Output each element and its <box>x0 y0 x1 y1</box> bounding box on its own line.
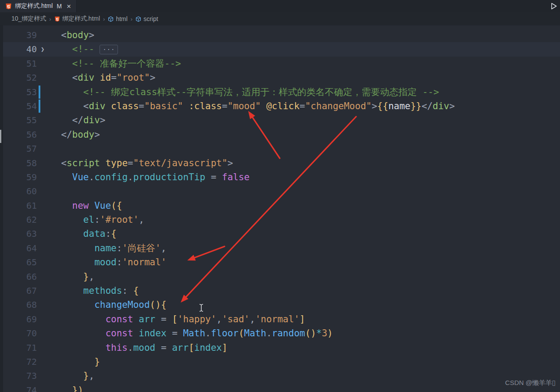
line-number[interactable]: 61 <box>0 199 37 213</box>
code-text: name:'尚硅谷', <box>50 241 166 255</box>
gutter-indicator-area <box>37 184 50 198</box>
code-line[interactable]: 62 el:'#root', <box>0 213 560 227</box>
line-number[interactable]: 68 <box>0 298 37 312</box>
code-line[interactable]: 52 <div id="root"> <box>0 71 560 85</box>
line-number[interactable]: 67 <box>0 284 37 298</box>
line-number[interactable]: 72 <box>0 355 37 369</box>
modified-badge: M <box>57 3 62 10</box>
html-file-icon <box>5 3 12 10</box>
line-number[interactable]: 63 <box>0 227 37 241</box>
line-number[interactable]: 54 <box>0 99 37 113</box>
gutter-indicator-area <box>37 85 50 99</box>
code-line[interactable]: 67 methods: { <box>0 284 560 298</box>
code-text: const arr = ['happy','sad','normal'] <box>50 312 305 326</box>
gutter-indicator-area <box>37 284 50 298</box>
line-number[interactable]: 60 <box>0 184 37 198</box>
code-line[interactable]: 55 </div> <box>0 113 560 127</box>
line-number[interactable]: 62 <box>0 213 37 227</box>
code-line[interactable]: 56 </body> <box>0 128 560 142</box>
run-button[interactable] <box>550 2 558 10</box>
breadcrumb-label: 10_绑定样式 <box>11 15 46 23</box>
code-line[interactable]: 70 const index = Math.floor(Math.random(… <box>0 326 560 340</box>
code-text: <!--··· <box>50 42 118 56</box>
breadcrumb-label: 绑定样式.html <box>62 15 100 23</box>
gutter-indicator-area <box>37 71 50 85</box>
watermark: CSDN @懒羊羊▯ <box>505 379 556 387</box>
code-line[interactable]: 40❯ <!--··· <box>0 42 560 56</box>
line-number[interactable]: 69 <box>0 312 37 326</box>
code-line[interactable]: 58 <script type="text/javascript"> <box>0 156 560 170</box>
tab-filename: 绑定样式.html <box>15 2 53 10</box>
line-number[interactable]: 71 <box>0 341 37 355</box>
git-modified-indicator <box>39 100 40 113</box>
code-text: }) <box>50 383 83 392</box>
code-line[interactable]: 71 this.mood = arr[index] <box>0 341 560 355</box>
code-line[interactable]: 51 <!-- 准备好一个容器--> <box>0 57 560 71</box>
code-line[interactable]: 57 <box>0 142 560 156</box>
code-editor[interactable]: 39 <body>40❯ <!--···51 <!-- 准备好一个容器-->52… <box>0 25 560 392</box>
line-number[interactable]: 65 <box>0 255 37 269</box>
code-line[interactable]: 61 new Vue({ <box>0 199 560 213</box>
gutter-indicator-area <box>37 213 50 227</box>
breadcrumb-item[interactable]: 绑定样式.html <box>54 15 100 23</box>
code-line[interactable]: 66 }, <box>0 270 560 284</box>
code-text: const index = Math.floor(Math.random()*3… <box>50 326 333 340</box>
line-number[interactable]: 55 <box>0 113 37 127</box>
code-line[interactable]: 65 mood:'normal' <box>0 255 560 269</box>
folded-code-badge[interactable]: ··· <box>100 45 118 54</box>
code-line[interactable]: 73 }, <box>0 369 560 383</box>
code-text: }, <box>50 369 94 383</box>
code-line[interactable]: 69 const arr = ['happy','sad','normal'] <box>0 312 560 326</box>
code-line[interactable]: 72 } <box>0 355 560 369</box>
code-line[interactable]: 59 Vue.config.productionTip = false <box>0 170 560 184</box>
gutter-indicator-area <box>37 341 50 355</box>
line-number[interactable]: 64 <box>0 241 37 255</box>
breadcrumb-item[interactable]: 10_绑定样式 <box>11 15 46 23</box>
code-text: this.mood = arr[index] <box>50 341 228 355</box>
code-text: <!-- 准备好一个容器--> <box>50 57 181 71</box>
code-line[interactable]: 39 <body> <box>0 28 560 42</box>
line-number[interactable]: 66 <box>0 270 37 284</box>
fold-chevron-icon[interactable]: ❯ <box>41 42 44 56</box>
code-text: Vue.config.productionTip = false <box>50 170 250 184</box>
code-line[interactable]: 60 <box>0 184 560 198</box>
gutter-indicator-area <box>37 355 50 369</box>
chevron-right-icon: › <box>131 16 132 22</box>
code-text: <body> <box>50 28 94 42</box>
code-text: <script type="text/javascript"> <box>50 156 233 170</box>
line-number[interactable]: 57 <box>0 142 37 156</box>
code-line[interactable]: 68 changeMood(){ <box>0 298 560 312</box>
line-number[interactable]: 70 <box>0 326 37 340</box>
breadcrumb-item[interactable]: html <box>108 15 127 22</box>
line-number[interactable]: 53 <box>0 85 37 99</box>
gutter-indicator-area <box>37 170 50 184</box>
line-number[interactable]: 52 <box>0 71 37 85</box>
line-number[interactable]: 74 <box>0 383 37 392</box>
line-number[interactable]: 73 <box>0 369 37 383</box>
editor-tab[interactable]: 绑定样式.html M × <box>0 0 77 12</box>
code-line[interactable]: 63 data:{ <box>0 227 560 241</box>
code-lines: 39 <body>40❯ <!--···51 <!-- 准备好一个容器-->52… <box>0 28 560 392</box>
gutter-indicator-area <box>37 99 50 113</box>
code-line[interactable]: 74 }) <box>0 383 560 392</box>
git-modified-indicator <box>39 86 40 99</box>
line-number[interactable]: 59 <box>0 170 37 184</box>
html-file-icon <box>54 16 60 22</box>
line-number[interactable]: 51 <box>0 57 37 71</box>
code-text: methods: { <box>50 284 139 298</box>
close-icon[interactable]: × <box>67 3 71 10</box>
symbol-icon <box>136 16 141 22</box>
line-number[interactable]: 40 <box>0 42 37 56</box>
code-line[interactable]: 64 name:'尚硅谷', <box>0 241 560 255</box>
code-line[interactable]: 53 <!-- 绑定class样式--字符串写法，适用于：样式的类名不确定，需要… <box>0 85 560 99</box>
line-number[interactable]: 39 <box>0 28 37 42</box>
line-number[interactable]: 58 <box>0 156 37 170</box>
left-rail <box>0 25 3 392</box>
breadcrumb-item[interactable]: script <box>136 15 158 22</box>
line-number[interactable]: 56 <box>0 128 37 142</box>
code-text: <!-- 绑定class样式--字符串写法，适用于：样式的类名不确定，需要动态指… <box>50 85 439 99</box>
breadcrumb-label: script <box>143 15 158 22</box>
code-text: new Vue({ <box>50 199 122 213</box>
code-text: el:'#root', <box>50 213 144 227</box>
code-line[interactable]: 54 <div class="basic" :class="mood" @cli… <box>0 99 560 113</box>
